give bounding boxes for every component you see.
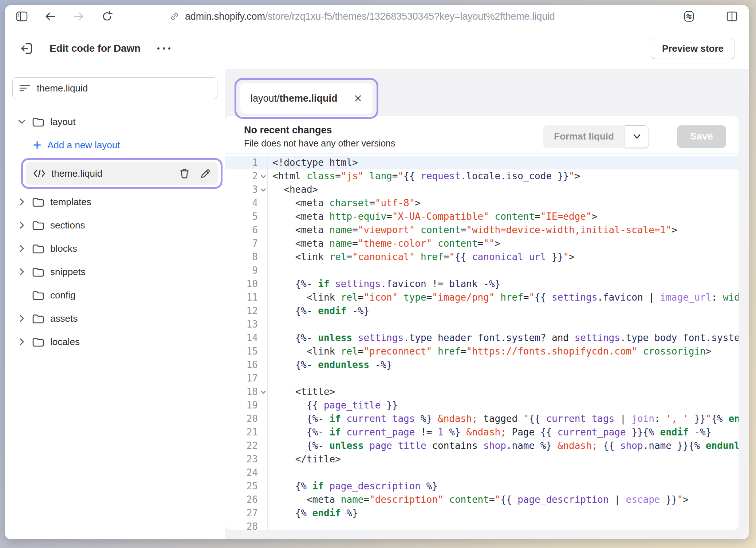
code-text: {% endif %}	[268, 506, 739, 520]
save-button[interactable]: Save	[677, 125, 726, 148]
sidebar-folder-sections[interactable]: sections	[5, 214, 225, 237]
page-settings-icon[interactable]	[682, 9, 696, 24]
sidebar-folder-config[interactable]: config	[5, 283, 225, 307]
code-line-18[interactable]: 18 <title>	[225, 385, 739, 399]
folder-icon	[32, 267, 44, 277]
code-line-26[interactable]: 26 <meta name="description" content="{{ …	[225, 493, 739, 506]
tab-close-icon[interactable]	[354, 94, 362, 103]
code-text	[268, 264, 739, 277]
add-new-layout-button[interactable]: Add a new layout	[5, 133, 225, 157]
search-input[interactable]	[36, 82, 210, 94]
sidebar-folder-locales[interactable]: locales	[5, 330, 225, 353]
line-number: 2	[225, 169, 268, 183]
sidebar-folder-assets[interactable]: assets	[5, 307, 225, 330]
code-text: <title>	[268, 385, 739, 399]
format-liquid-label[interactable]: Format liquid	[543, 125, 625, 148]
folder-label: locales	[50, 336, 80, 348]
tab-bar: layout/theme.liquid	[225, 69, 749, 122]
chevron-right-icon[interactable]	[17, 244, 26, 253]
sidebar-folder-snippets[interactable]: snippets	[5, 260, 225, 283]
code-line-8[interactable]: 8 <link rel="canonical" href="{{ canonic…	[225, 250, 739, 264]
code-line-7[interactable]: 7 <meta name="theme-color" content="">	[225, 237, 739, 250]
line-number: 12	[225, 304, 268, 318]
browser-window: admin.shopify.com/store/rzq1xu-f5/themes…	[5, 5, 749, 539]
code-text	[268, 520, 739, 530]
code-line-13[interactable]: 13	[225, 318, 739, 331]
app-header: Edit code for Dawn Preview store	[5, 28, 749, 69]
code-line-10[interactable]: 10 {%- if settings.favicon != blank -%}	[225, 277, 739, 291]
folder-icon	[32, 117, 44, 127]
line-number: 22	[225, 439, 268, 453]
sidebar-folder-layout[interactable]: layout	[5, 110, 225, 133]
code-line-3[interactable]: 3 <head>	[225, 183, 739, 196]
line-number: 13	[225, 318, 268, 331]
code-line-1[interactable]: 1<!doctype html>	[225, 156, 739, 169]
line-number: 10	[225, 277, 268, 291]
code-line-28[interactable]: 28	[225, 520, 739, 530]
code-text: <meta http-equiv="X-UA-Compatible" conte…	[268, 210, 739, 223]
code-line-19[interactable]: 19 {{ page_title }}	[225, 399, 739, 412]
format-dropdown-button[interactable]	[625, 125, 649, 148]
plus-icon	[33, 141, 42, 149]
folder-label: sections	[50, 220, 85, 231]
forward-icon[interactable]	[71, 9, 86, 24]
line-number: 24	[225, 466, 268, 480]
fold-chevron-icon[interactable]	[260, 175, 266, 179]
code-line-11[interactable]: 11 <link rel="icon" type="image/png" hre…	[225, 291, 739, 304]
more-actions-icon[interactable]	[157, 47, 170, 50]
file-search[interactable]	[12, 77, 217, 99]
code-line-25[interactable]: 25 {% if page_description %}	[225, 480, 739, 493]
code-line-14[interactable]: 14 {%- unless settings.type_header_font.…	[225, 331, 739, 345]
line-number: 16	[225, 358, 268, 372]
code-text: </title>	[268, 453, 739, 466]
chevron-right-icon[interactable]	[17, 268, 26, 276]
sidebar-file-theme.liquid[interactable]: theme.liquid	[26, 162, 218, 185]
code-line-9[interactable]: 9	[225, 264, 739, 277]
sidebar-folder-blocks[interactable]: blocks	[5, 237, 225, 260]
code-text: {%- endif -%}	[268, 304, 739, 318]
code-line-21[interactable]: 21 {%- if current_page != 1 %} &ndash; P…	[225, 426, 739, 439]
code-line-15[interactable]: 15 <link rel="preconnect" href="https://…	[225, 345, 739, 358]
browser-sidebar-toggle-icon[interactable]	[15, 9, 29, 24]
code-line-6[interactable]: 6 <meta name="viewport" content="width=d…	[225, 223, 739, 237]
code-line-23[interactable]: 23 </title>	[225, 453, 739, 466]
code-line-5[interactable]: 5 <meta http-equiv="X-UA-Compatible" con…	[225, 210, 739, 223]
preview-store-button[interactable]: Preview store	[651, 38, 735, 59]
code-text: {%- if settings.favicon != blank -%}	[268, 277, 739, 291]
split-view-icon[interactable]	[725, 9, 739, 24]
code-text: {%- endunless -%}	[268, 358, 739, 372]
folder-label: assets	[50, 313, 78, 324]
code-line-22[interactable]: 22 {%- unless page_title contains shop.n…	[225, 439, 739, 453]
rename-file-icon[interactable]	[200, 168, 210, 179]
code-line-17[interactable]: 17	[225, 372, 739, 385]
folder-label: snippets	[50, 266, 86, 278]
chevron-right-icon[interactable]	[17, 314, 26, 322]
sidebar-folder-templates[interactable]: templates	[5, 190, 225, 214]
line-number: 26	[225, 493, 268, 506]
reload-icon[interactable]	[100, 9, 114, 24]
line-number: 23	[225, 453, 268, 466]
delete-file-icon[interactable]	[180, 168, 189, 179]
address-bar[interactable]: admin.shopify.com/store/rzq1xu-f5/themes…	[169, 9, 674, 24]
tab-theme-liquid[interactable]: layout/theme.liquid	[240, 83, 373, 114]
code-line-27[interactable]: 27 {% endif %}	[225, 506, 739, 520]
line-number: 3	[225, 183, 268, 196]
action-label: Add a new layout	[47, 140, 120, 151]
fold-chevron-icon[interactable]	[260, 390, 266, 394]
chevron-right-icon[interactable]	[17, 221, 26, 229]
code-line-12[interactable]: 12 {%- endif -%}	[225, 304, 739, 318]
code-line-16[interactable]: 16 {%- endunless -%}	[225, 358, 739, 372]
chevron-down-icon[interactable]	[17, 119, 26, 124]
line-number: 17	[225, 372, 268, 385]
code-line-24[interactable]: 24	[225, 466, 739, 480]
chevron-right-icon[interactable]	[17, 338, 26, 346]
code-line-20[interactable]: 20 {%- if current_tags %} &ndash; tagged…	[225, 412, 739, 426]
fold-chevron-icon[interactable]	[260, 188, 266, 192]
folder-icon	[32, 197, 44, 207]
chevron-right-icon[interactable]	[17, 198, 26, 206]
back-icon[interactable]	[43, 9, 58, 24]
code-line-4[interactable]: 4 <meta charset="utf-8">	[225, 196, 739, 210]
code-line-2[interactable]: 2<html class="js" lang="{{ request.local…	[225, 169, 739, 183]
folder-label: config	[50, 290, 75, 301]
exit-editor-icon[interactable]	[19, 40, 35, 56]
